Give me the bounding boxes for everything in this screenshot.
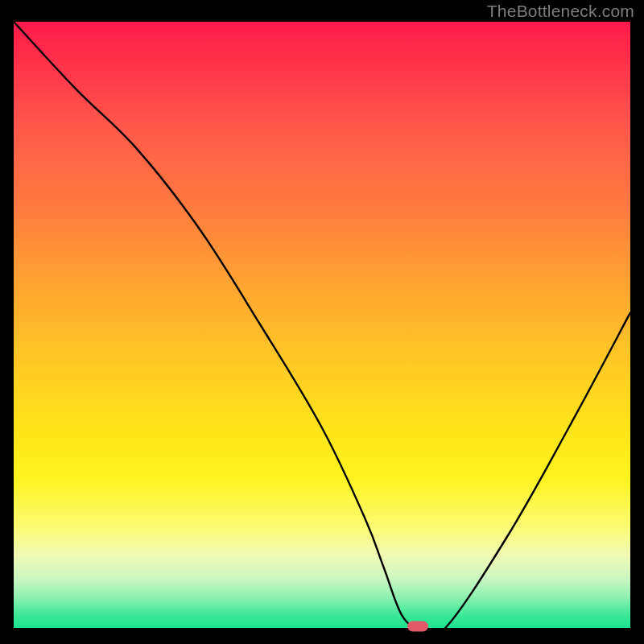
curve-svg (14, 22, 630, 628)
optimal-marker (407, 621, 428, 632)
chart-frame: TheBottleneck.com (0, 0, 644, 644)
watermark-label: TheBottleneck.com (487, 2, 634, 21)
plot-area (14, 22, 630, 628)
bottleneck-curve (14, 22, 630, 628)
